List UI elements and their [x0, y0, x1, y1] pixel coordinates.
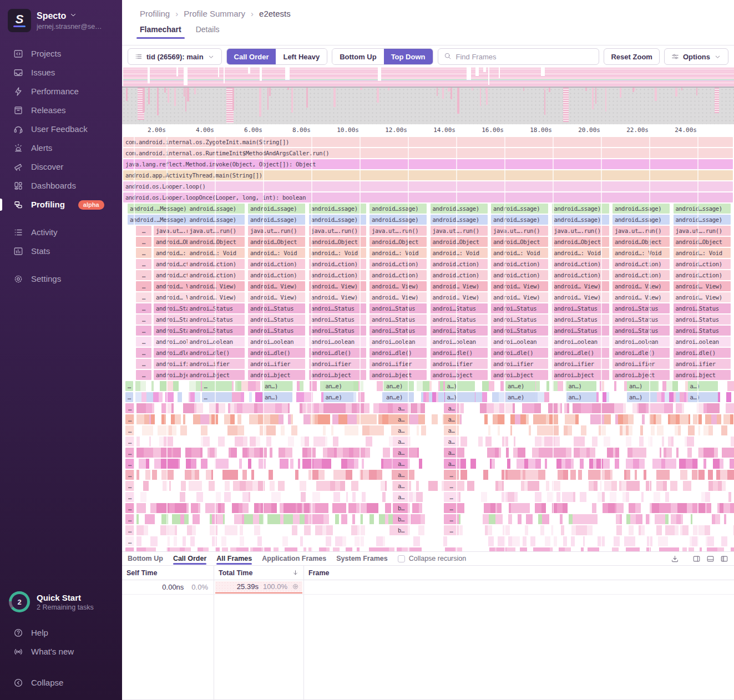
- flame-frame[interactable]: android… View): [248, 281, 305, 291]
- flame-frame[interactable]: android…ssage): [431, 215, 488, 225]
- flame-frame[interactable]: android…Object: [552, 237, 609, 247]
- flame-frame[interactable]: …: [136, 281, 151, 291]
- frame-table-tab-bottom-up[interactable]: Bottom Up: [128, 552, 163, 565]
- sidebar-item-collapse[interactable]: Collapse: [0, 673, 122, 692]
- flame-frame[interactable]: androi…dle(): [552, 348, 609, 358]
- flame-frame[interactable]: a…): [688, 392, 718, 402]
- flame-frame[interactable]: …: [136, 270, 151, 280]
- flame-frame[interactable]: androi…dle(): [491, 348, 548, 358]
- flame-frame[interactable]: android…Object: [188, 237, 245, 247]
- flame-frame[interactable]: androi…Status: [491, 303, 548, 313]
- flame-frame[interactable]: androi…dle(): [369, 348, 427, 358]
- flame-frame[interactable]: android…ssage): [674, 204, 731, 214]
- flame-frame[interactable]: android…: Void: [369, 248, 427, 258]
- flame-frame[interactable]: androi…ifier: [369, 359, 427, 369]
- flame-frame[interactable]: android… View): [154, 281, 191, 291]
- flame-frame[interactable]: an…e): [505, 392, 535, 402]
- flame-frame[interactable]: android… View): [612, 281, 670, 291]
- flame-frame[interactable]: android…ssage): [674, 215, 731, 225]
- flame-frame[interactable]: androi…Status: [188, 303, 245, 313]
- flame-frame[interactable]: android…ction): [188, 270, 245, 280]
- flame-frame[interactable]: …: [136, 248, 151, 258]
- flame-frame[interactable]: androi…dle(): [188, 348, 245, 358]
- flame-frame[interactable]: an…e): [505, 381, 535, 391]
- flame-frame[interactable]: androi…Status: [674, 303, 731, 313]
- flame-frame[interactable]: android…ction): [188, 259, 245, 269]
- flame-frames-strip[interactable]: [122, 470, 734, 480]
- flame-frame[interactable]: …: [444, 503, 459, 513]
- flame-frame[interactable]: android…: Void: [188, 248, 245, 258]
- frame-table-row[interactable]: 0.00ns 0.0% 25.39s 100.0%: [122, 580, 734, 595]
- flame-frame[interactable]: an…e): [384, 381, 414, 391]
- flame-frame[interactable]: androi…Status: [674, 315, 731, 324]
- flame-frame[interactable]: android… View): [154, 292, 191, 302]
- flame-frame[interactable]: android.os.Looper.loopOnce(Looper, long,…: [123, 192, 733, 202]
- flame-frame[interactable]: android…Object: [309, 237, 366, 247]
- flame-frame[interactable]: android… View): [431, 292, 488, 302]
- flame-frame[interactable]: a…: [393, 414, 409, 424]
- flame-frame[interactable]: android… View): [248, 292, 305, 302]
- flame-frame[interactable]: androi…Status: [369, 326, 427, 336]
- flame-frame[interactable]: androi…ifier: [154, 359, 191, 369]
- flame-frame[interactable]: android…ction): [248, 270, 305, 280]
- flame-frame[interactable]: java.ut….run(): [188, 226, 245, 236]
- org-switcher[interactable]: S Specto jernej.strasner@se…: [0, 0, 122, 42]
- flame-frame[interactable]: android…ssage): [248, 215, 305, 225]
- flame-frame[interactable]: android… View): [309, 292, 366, 302]
- sidebar-item-help[interactable]: Help: [0, 623, 122, 642]
- flame-frame[interactable]: androi…ifier: [309, 359, 366, 369]
- flame-frame[interactable]: an…): [627, 392, 657, 402]
- flame-frame[interactable]: android…ssage): [309, 204, 366, 214]
- flame-frame[interactable]: android…ction): [491, 259, 548, 269]
- flame-frame[interactable]: android… View): [369, 292, 427, 302]
- flame-frame[interactable]: an…e): [384, 392, 414, 402]
- flame-frame[interactable]: androi…Status: [309, 326, 366, 336]
- toggle-bottom-up[interactable]: Bottom Up: [332, 49, 383, 64]
- flame-frame[interactable]: android… View): [369, 281, 427, 291]
- sidebar-item-discover[interactable]: Discover: [0, 158, 122, 176]
- flame-frame[interactable]: android…ssage): [491, 204, 548, 214]
- flame-frame[interactable]: android.app.ActivityThread.main(String[]…: [123, 170, 733, 180]
- flame-frame[interactable]: android…ction): [674, 259, 731, 269]
- flame-frame[interactable]: androi…Status: [248, 303, 305, 313]
- flame-frame[interactable]: …: [444, 470, 459, 480]
- flame-frame[interactable]: a…: [444, 425, 459, 435]
- flame-frame[interactable]: androi…oolean: [369, 337, 427, 347]
- flame-frame[interactable]: android…ssage): [369, 204, 427, 214]
- quick-start[interactable]: 2 Quick Start 2 Remaining tasks: [0, 586, 122, 618]
- flame-frame[interactable]: android…: Void: [612, 248, 670, 258]
- flame-frames-strip[interactable]: [122, 414, 734, 424]
- sidebar-item-dashboards[interactable]: Dashboards: [0, 176, 122, 195]
- flame-frame[interactable]: android…Object: [154, 237, 191, 247]
- flame-frame[interactable]: a…: [444, 437, 459, 447]
- flame-frame[interactable]: android…ction): [154, 259, 191, 269]
- flame-frame[interactable]: b…: [393, 525, 409, 535]
- flame-frame[interactable]: android…ssage): [612, 215, 670, 225]
- flame-frame[interactable]: android…ction): [309, 259, 366, 269]
- flame-frame[interactable]: …: [136, 303, 151, 313]
- flame-frame[interactable]: an…): [262, 392, 292, 402]
- flame-frame[interactable]: androi…bject: [431, 370, 488, 380]
- flame-frame[interactable]: androi…oolean: [188, 337, 245, 347]
- flame-frame[interactable]: …: [125, 492, 134, 502]
- flame-frame[interactable]: android…ction): [154, 270, 191, 280]
- flame-frame[interactable]: …: [444, 514, 459, 524]
- flame-frame[interactable]: androi…oolean: [612, 337, 670, 347]
- flame-frame[interactable]: androi…Status: [431, 315, 488, 324]
- flame-frame[interactable]: …: [444, 492, 459, 502]
- flame-frame[interactable]: androi…Status: [309, 303, 366, 313]
- flame-frame[interactable]: androi…Status: [248, 326, 305, 336]
- flame-frame[interactable]: …: [125, 448, 134, 458]
- flame-frame[interactable]: …: [136, 348, 151, 358]
- flame-frame[interactable]: java.ut….run(): [431, 226, 488, 236]
- flame-frame[interactable]: android…: Void: [491, 248, 548, 258]
- flame-frame[interactable]: android…Object: [612, 237, 670, 247]
- layout-bottom-panel-icon[interactable]: [706, 555, 715, 563]
- flame-frame[interactable]: android…ction): [491, 270, 548, 280]
- flame-frame[interactable]: android…ction): [309, 270, 366, 280]
- flame-frame[interactable]: androi…oolean: [431, 337, 488, 347]
- flame-frame[interactable]: …: [125, 503, 134, 513]
- flame-frame[interactable]: …: [125, 481, 134, 491]
- flame-frame[interactable]: androi…bject: [248, 370, 305, 380]
- flame-frame[interactable]: android…ssage): [309, 215, 366, 225]
